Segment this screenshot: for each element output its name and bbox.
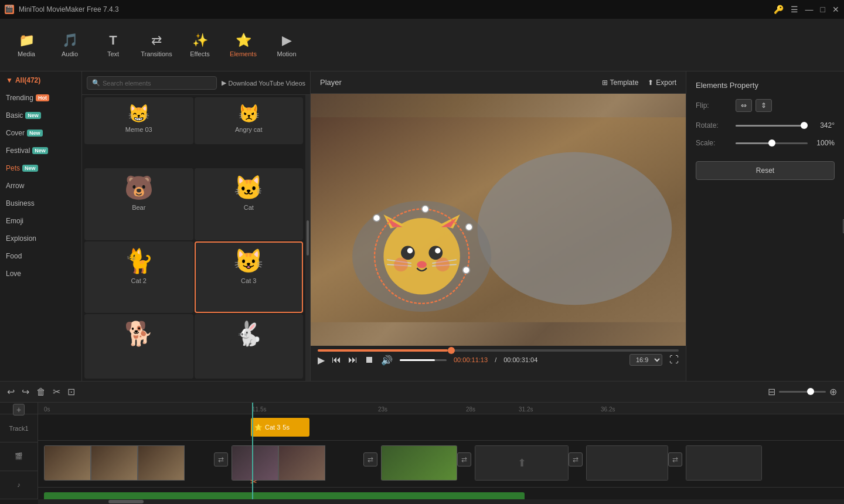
media-icon: 📁 <box>19 33 35 48</box>
category-emoji[interactable]: Emoji <box>0 212 81 230</box>
timeline-content: + Track1 🎬 ♪ 0s 11.5s 23s 28s 31.2s 36.2… <box>0 403 844 499</box>
element-cat3[interactable]: 😺 Cat 3 <box>195 241 304 313</box>
toolbar-transitions[interactable]: ⇄ Transitions <box>136 23 177 67</box>
play-button[interactable]: ▶ <box>318 355 325 366</box>
scrollbar-thumb[interactable] <box>108 500 144 503</box>
category-explosion[interactable]: Explosion <box>0 230 81 247</box>
bear-label: Bear <box>132 204 145 211</box>
video-clip-4[interactable]: ⬆ <box>475 445 569 481</box>
minimize-button[interactable]: — <box>805 5 814 14</box>
category-trending[interactable]: Trending Hot <box>0 89 81 107</box>
timeline-ruler: 0s 11.5s 23s 28s 31.2s 36.2s <box>38 403 844 414</box>
template-button[interactable]: ⊞ Template <box>602 79 639 87</box>
hamburger-icon[interactable]: ☰ <box>791 5 798 14</box>
track3: ♪ 192687-893427276_small 31.2s <box>38 488 844 499</box>
transition-3[interactable]: ⇄ <box>457 452 471 466</box>
zoom-slider[interactable] <box>779 391 826 393</box>
audio-clip[interactable]: ♪ 192687-893427276_small 31.2s <box>44 492 525 499</box>
timeline-playhead[interactable] <box>252 403 253 499</box>
video-clip-1[interactable] <box>44 445 214 481</box>
flip-horizontal-button[interactable]: ⇔ <box>736 99 752 112</box>
volume-icon[interactable]: 🔊 <box>381 355 393 366</box>
video-clip-5[interactable] <box>586 445 668 481</box>
export-button[interactable]: ⬆ Export <box>648 79 676 87</box>
rotate-slider[interactable] <box>736 125 808 127</box>
category-love[interactable]: Love <box>0 265 81 282</box>
key-icon[interactable]: 🔑 <box>774 5 784 14</box>
element-dog[interactable]: 🐕 <box>84 314 193 379</box>
rotate-thumb[interactable] <box>801 122 808 129</box>
redo-button[interactable]: ↪ <box>22 386 29 397</box>
scale-thumb[interactable] <box>768 139 775 147</box>
angrycat-label: Angry cat <box>235 126 262 133</box>
transition-2[interactable]: ⇄ <box>363 452 377 466</box>
zoom-in-button[interactable]: ⊕ <box>829 386 837 397</box>
effects-label: Effects <box>190 50 209 57</box>
toolbar-text[interactable]: T Text <box>93 23 134 67</box>
fullscreen-button[interactable]: ⛶ <box>669 355 679 365</box>
close-button[interactable]: ✕ <box>832 5 839 14</box>
transition-5[interactable]: ⇄ <box>668 452 682 466</box>
category-festival[interactable]: Festival New <box>0 142 81 159</box>
category-food[interactable]: Food <box>0 247 81 265</box>
clip-thumb-5 <box>586 445 668 481</box>
element-cat2[interactable]: 🐈 Cat 2 <box>84 241 193 313</box>
pets-label: Pets <box>6 164 20 172</box>
video-content <box>311 94 686 346</box>
toolbar-media[interactable]: 📁 Media <box>6 23 47 67</box>
video-clip-2[interactable] <box>232 445 363 481</box>
flip-vertical-button[interactable]: ⇕ <box>755 99 772 112</box>
element-rabbit[interactable]: 🐇 <box>195 314 304 379</box>
add-track-button[interactable]: + <box>13 404 25 416</box>
svg-point-10 <box>407 248 413 253</box>
video-clip-6[interactable] <box>686 445 762 481</box>
undo-button[interactable]: ↩ <box>7 386 15 397</box>
category-pets[interactable]: Pets New <box>0 159 81 177</box>
player-area: Player ⊞ Template ⬆ Export <box>311 71 686 381</box>
category-arrow[interactable]: Arrow <box>0 177 81 195</box>
reset-button[interactable]: Reset <box>696 161 835 180</box>
volume-slider[interactable] <box>400 359 447 361</box>
cut-button[interactable]: ✂ <box>53 386 60 397</box>
stop-button[interactable]: ⏹ <box>365 355 374 365</box>
aspect-ratio-select[interactable]: 16:9 9:16 1:1 <box>629 354 662 366</box>
element-meme03[interactable]: 😸 Meme 03 <box>84 97 193 144</box>
download-youtube-button[interactable]: ▶ Download YouTube Videos <box>222 79 306 87</box>
toolbar-motion[interactable]: ▶ Motion <box>266 23 307 67</box>
zoom-thumb[interactable] <box>807 388 814 395</box>
food-label: Food <box>6 252 22 260</box>
element-bear[interactable]: 🐻 Bear <box>84 168 193 240</box>
progress-bar[interactable] <box>318 349 679 352</box>
search-box[interactable]: 🔍 Search elements <box>87 76 217 90</box>
all-category-label: ▼ <box>6 76 13 84</box>
flip-label: Flip: <box>696 101 731 110</box>
maximize-button[interactable]: □ <box>821 5 825 14</box>
cat3-label: Cat 3 <box>241 277 256 284</box>
element-cat[interactable]: 🐱 Cat <box>195 168 304 240</box>
zoom-out-button[interactable]: ⊟ <box>768 386 775 397</box>
toolbar-effects[interactable]: ✨ Effects <box>179 23 220 67</box>
delete-button[interactable]: 🗑 <box>36 387 46 397</box>
crop-button[interactable]: ⊡ <box>67 386 75 397</box>
category-basic[interactable]: Basic New <box>0 107 81 124</box>
progress-thumb[interactable] <box>448 347 455 354</box>
toolbar-audio[interactable]: 🎵 Audio <box>49 23 90 67</box>
svg-point-17 <box>394 258 408 272</box>
transition-4[interactable]: ⇄ <box>569 452 583 466</box>
track1-label: Track1 <box>0 414 38 442</box>
category-cover[interactable]: Cover New <box>0 124 81 142</box>
cat3-clip[interactable]: ⭐ Cat 3 5s <box>251 418 309 437</box>
category-business[interactable]: Business <box>0 195 81 212</box>
element-angrycat[interactable]: 😾 Angry cat <box>195 97 304 144</box>
toolbar-elements[interactable]: ⭐ Elements <box>223 23 264 67</box>
next-frame-button[interactable]: ⏭ <box>348 355 358 365</box>
player-header: Player ⊞ Template ⬆ Export <box>311 71 686 94</box>
dog-emoji: 🐕 <box>124 320 154 348</box>
prev-frame-button[interactable]: ⏮ <box>332 355 341 365</box>
track2-label: 🎬 <box>0 442 38 471</box>
timeline-scrollbar[interactable] <box>38 499 844 504</box>
scale-slider[interactable] <box>736 142 808 144</box>
scroll-thumb[interactable] <box>307 220 309 256</box>
transition-1[interactable]: ⇄ <box>214 452 228 466</box>
video-clip-3[interactable] <box>381 445 457 481</box>
